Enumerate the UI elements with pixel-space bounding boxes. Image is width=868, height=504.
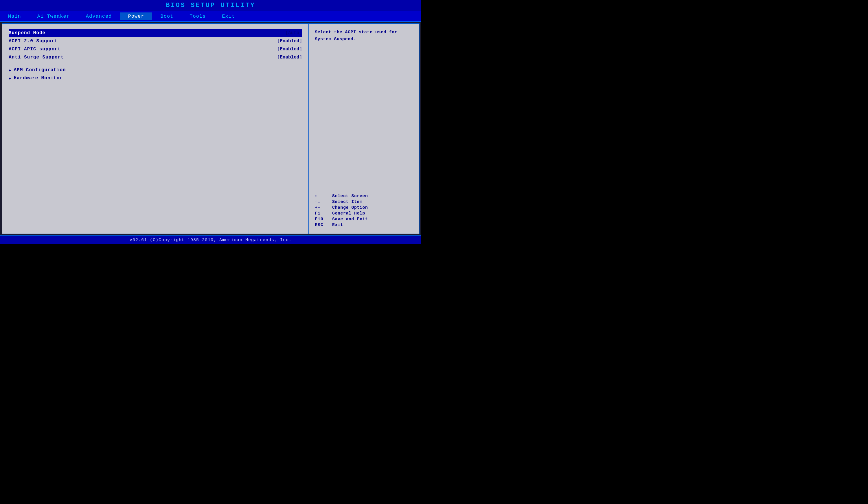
key-symbol: ↔	[315, 194, 332, 199]
key-row: ↔Select Screen	[315, 194, 413, 199]
key-symbol: +-	[315, 205, 332, 210]
key-symbol: F1	[315, 211, 332, 216]
menu-item-exit[interactable]: Exit	[214, 12, 243, 20]
key-legend: ↔Select Screen↑↓Select Item+-Change Opti…	[315, 194, 413, 229]
setting-row[interactable]: Suspend Mode[Auto]	[9, 29, 302, 37]
submenu-label: APM Configuration	[13, 68, 66, 73]
content-area: Suspend Mode[Auto]ACPI 2.0 Support[Enabl…	[2, 23, 420, 234]
menu-item-tools[interactable]: Tools	[182, 12, 214, 20]
key-row: ESCExit	[315, 223, 413, 228]
bios-screen: BIOS SETUP UTILITY MainAi TweakerAdvance…	[0, 0, 421, 244]
setting-value: [Auto]	[285, 30, 302, 36]
menu-bar[interactable]: MainAi TweakerAdvancedPowerBootToolsExit	[0, 11, 421, 22]
submenu-arrow-icon: ▶	[9, 76, 11, 81]
key-symbol: F10	[315, 217, 332, 222]
submenu-arrow-icon: ▶	[9, 68, 11, 73]
setting-row[interactable]: ACPI APIC support[Enabled]	[9, 45, 302, 53]
setting-row[interactable]: Anti Surge Support[Enabled]	[9, 53, 302, 61]
setting-label: ACPI APIC support	[9, 47, 61, 52]
submenu-item[interactable]: ▶APM Configuration	[9, 66, 302, 74]
submenu-label: Hardware Monitor	[13, 75, 63, 81]
key-action: Select Screen	[332, 194, 368, 199]
bios-title: BIOS SETUP UTILITY	[166, 2, 256, 9]
setting-label: ACPI 2.0 Support	[9, 39, 58, 44]
key-action: Save and Exit	[332, 217, 368, 222]
submenu-item[interactable]: ▶Hardware Monitor	[9, 74, 302, 82]
left-panel: Suspend Mode[Auto]ACPI 2.0 Support[Enabl…	[2, 24, 309, 234]
key-action: Change Option	[332, 205, 368, 210]
setting-value: [Enabled]	[277, 47, 302, 52]
key-row: +-Change Option	[315, 205, 413, 210]
key-row: F10Save and Exit	[315, 217, 413, 222]
setting-label: Anti Surge Support	[9, 55, 64, 60]
help-text: Select the ACPI state used for System Su…	[315, 29, 413, 194]
key-action: General Help	[332, 211, 365, 216]
menu-item-main[interactable]: Main	[0, 12, 29, 20]
right-panel: Select the ACPI state used for System Su…	[309, 24, 419, 234]
key-action: Exit	[332, 223, 343, 228]
key-symbol: ↑↓	[315, 200, 332, 204]
menu-item-ai-tweaker[interactable]: Ai Tweaker	[29, 12, 78, 20]
title-bar: BIOS SETUP UTILITY	[0, 0, 421, 11]
setting-row[interactable]: ACPI 2.0 Support[Enabled]	[9, 37, 302, 45]
key-row: F1General Help	[315, 211, 413, 216]
footer: v02.61 (C)Copyright 1985-2010, American …	[0, 235, 421, 244]
setting-label: Suspend Mode	[9, 30, 45, 36]
setting-value: [Enabled]	[277, 55, 302, 60]
key-symbol: ESC	[315, 223, 332, 228]
menu-item-power[interactable]: Power	[120, 12, 152, 20]
menu-item-boot[interactable]: Boot	[152, 12, 182, 20]
key-row: ↑↓Select Item	[315, 200, 413, 204]
footer-text: v02.61 (C)Copyright 1985-2010, American …	[130, 238, 292, 243]
menu-item-advanced[interactable]: Advanced	[78, 12, 120, 20]
setting-value: [Enabled]	[277, 39, 302, 44]
key-action: Select Item	[332, 200, 363, 204]
